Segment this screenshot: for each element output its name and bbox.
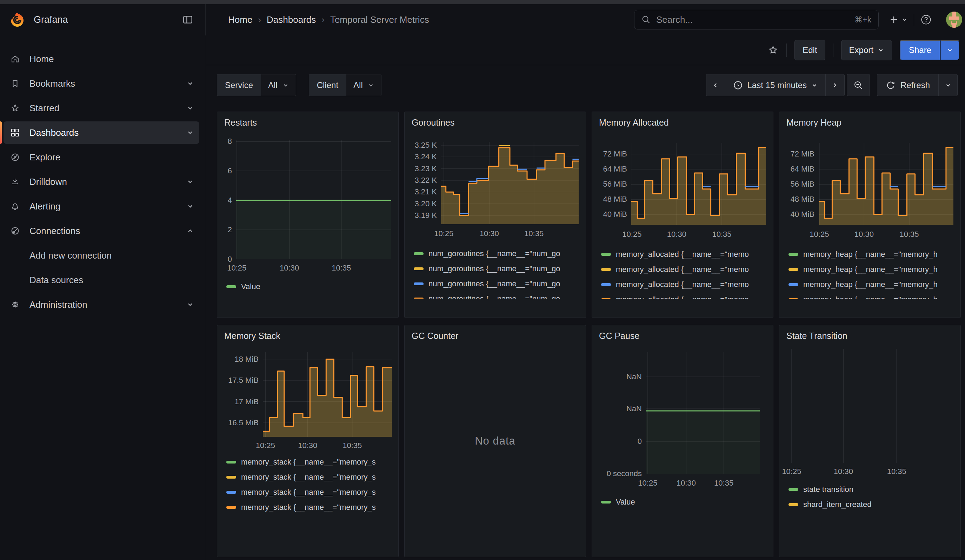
client-variable[interactable]: Client All: [309, 74, 381, 96]
chevron-down-icon[interactable]: [187, 203, 194, 210]
edit-button[interactable]: Edit: [795, 40, 825, 60]
legend: num_goroutines {__name__="num_gonum_goro…: [414, 246, 582, 299]
sidebar-item-drilldown[interactable]: Drilldown: [3, 171, 199, 193]
breadcrumb-home[interactable]: Home: [228, 15, 252, 25]
compass-icon: [10, 152, 20, 162]
time-shift-back-button[interactable]: [706, 74, 725, 96]
legend: memory_stack {__name__="memory_smemory_s…: [226, 454, 395, 515]
legend-item[interactable]: memory_heap {__name__="memory_h: [788, 292, 957, 299]
chevron-up-icon[interactable]: [187, 227, 194, 234]
chart-gc-pause[interactable]: [646, 352, 760, 474]
legend-item[interactable]: memory_heap {__name__="memory_h: [788, 277, 957, 292]
bookmark-icon: [10, 78, 20, 89]
time-shift-forward-button[interactable]: [825, 74, 845, 96]
legend-item[interactable]: num_goroutines {__name__="num_go: [414, 276, 582, 291]
legend-item[interactable]: memory_heap {__name__="memory_h: [788, 262, 957, 277]
legend-item[interactable]: Value: [601, 495, 770, 509]
chart-restarts[interactable]: [236, 140, 391, 259]
sidebar-item-dashboards[interactable]: Dashboards: [3, 121, 199, 144]
grafana-logo-icon[interactable]: [9, 11, 25, 28]
chart-memory-stack[interactable]: [263, 352, 392, 437]
export-button[interactable]: Export: [841, 40, 892, 60]
chevron-down-icon[interactable]: [187, 129, 194, 136]
y-tick-label: 6: [217, 166, 232, 176]
legend-item[interactable]: memory_stack {__name__="memory_s: [226, 500, 395, 515]
legend-item[interactable]: Value: [226, 279, 395, 294]
legend-item[interactable]: num_goroutines {__name__="num_go: [414, 261, 582, 276]
panel-title[interactable]: Restarts: [224, 118, 257, 128]
sidebar-item-connections[interactable]: Connections: [3, 220, 199, 242]
sidebar-item-explore[interactable]: Explore: [3, 146, 199, 168]
legend-label: memory_allocated {__name__="memo: [616, 295, 749, 300]
refresh-button[interactable]: Refresh: [877, 74, 939, 96]
chevron-down-icon[interactable]: [187, 178, 194, 185]
favorite-star-icon[interactable]: [767, 44, 779, 56]
y-tick-label: 18 MiB: [217, 354, 258, 364]
sidebar-toggle-icon[interactable]: [182, 14, 194, 26]
legend-item[interactable]: memory_stack {__name__="memory_s: [226, 469, 395, 485]
legend-item[interactable]: memory_allocated {__name__="memo: [601, 277, 770, 292]
chart-state-transition[interactable]: [787, 349, 955, 463]
legend-item[interactable]: memory_allocated {__name__="memo: [601, 292, 770, 299]
chart-goroutines[interactable]: [441, 142, 579, 224]
sidebar-item-data-sources[interactable]: Data sources: [3, 269, 199, 291]
chevron-down-icon[interactable]: [187, 301, 194, 308]
add-new-button[interactable]: [888, 15, 908, 25]
time-range-picker[interactable]: Last 15 minutes: [725, 74, 826, 96]
sidebar-item-administration[interactable]: Administration: [3, 293, 199, 316]
chart-memory-allocated[interactable]: [631, 143, 766, 225]
panel-title[interactable]: GC Pause: [599, 331, 640, 341]
legend-color-dash: [226, 506, 236, 509]
chart-memory-heap[interactable]: [819, 143, 954, 225]
legend-item[interactable]: num_goroutines {__name__="num_go: [414, 291, 582, 299]
refresh-interval-button[interactable]: [938, 74, 958, 96]
search-input[interactable]: [656, 14, 850, 26]
legend-item[interactable]: memory_heap {__name__="memory_h: [788, 247, 957, 262]
chevron-down-icon[interactable]: [187, 80, 194, 87]
legend-label: memory_allocated {__name__="memo: [616, 280, 749, 289]
legend: Value: [226, 279, 395, 294]
service-variable[interactable]: Service All: [217, 74, 296, 96]
chevron-down-icon: [283, 82, 289, 88]
avatar[interactable]: [946, 11, 962, 28]
sidebar-item-bookmarks[interactable]: Bookmarks: [3, 72, 199, 95]
legend-label: memory_stack {__name__="memory_s: [241, 457, 376, 467]
share-button[interactable]: Share: [900, 40, 940, 60]
y-tick-label: 72 MiB: [779, 149, 815, 159]
breadcrumb-dashboards[interactable]: Dashboards: [267, 15, 316, 25]
x-tick-label: 10:30: [819, 467, 868, 476]
sidebar-item-home[interactable]: Home: [3, 48, 199, 70]
legend-item[interactable]: memory_allocated {__name__="memo: [601, 262, 770, 277]
service-label: Service: [217, 74, 261, 96]
panel-title[interactable]: Memory Allocated: [599, 118, 669, 128]
legend-item[interactable]: state transition: [788, 482, 957, 497]
panel-title[interactable]: State Transition: [787, 331, 847, 341]
no-data-message: No data: [405, 325, 586, 557]
search-shortcut: ⌘+k: [854, 15, 871, 24]
service-value-dropdown[interactable]: All: [261, 74, 296, 96]
sidebar-item-starred[interactable]: Starred: [3, 97, 199, 119]
sidebar-item-alerting[interactable]: Alerting: [3, 195, 199, 217]
legend-color-dash: [414, 282, 424, 285]
legend-color-dash: [788, 488, 798, 491]
legend-item[interactable]: shard_item_created: [788, 497, 957, 512]
sidebar-item-add-new-connection[interactable]: Add new connection: [3, 244, 199, 267]
panel-title[interactable]: Goroutines: [412, 118, 455, 128]
search-box[interactable]: ⌘+k: [634, 10, 879, 29]
dashboard-actions-bar: Edit Export Share: [206, 35, 965, 65]
x-tick-label: 10:35: [317, 263, 366, 273]
legend-item[interactable]: memory_allocated {__name__="memo: [601, 247, 770, 262]
panel-title[interactable]: Memory Heap: [787, 118, 841, 128]
share-menu-button[interactable]: [940, 40, 959, 60]
panel-memory-stack: Memory Stack18 MiB17.5 MiB17 MiB16.5 MiB…: [217, 325, 399, 557]
x-tick-label: 10:30: [652, 230, 701, 239]
legend-item[interactable]: memory_stack {__name__="memory_s: [226, 485, 395, 500]
legend-item[interactable]: memory_stack {__name__="memory_s: [226, 454, 395, 469]
legend-item[interactable]: num_goroutines {__name__="num_go: [414, 246, 582, 261]
client-value-dropdown[interactable]: All: [346, 74, 381, 96]
panel-title[interactable]: Memory Stack: [224, 331, 280, 341]
chevron-down-icon[interactable]: [187, 104, 194, 112]
help-icon[interactable]: [921, 14, 932, 25]
zoom-out-button[interactable]: [847, 74, 870, 96]
y-tick-label: 4: [217, 196, 232, 205]
